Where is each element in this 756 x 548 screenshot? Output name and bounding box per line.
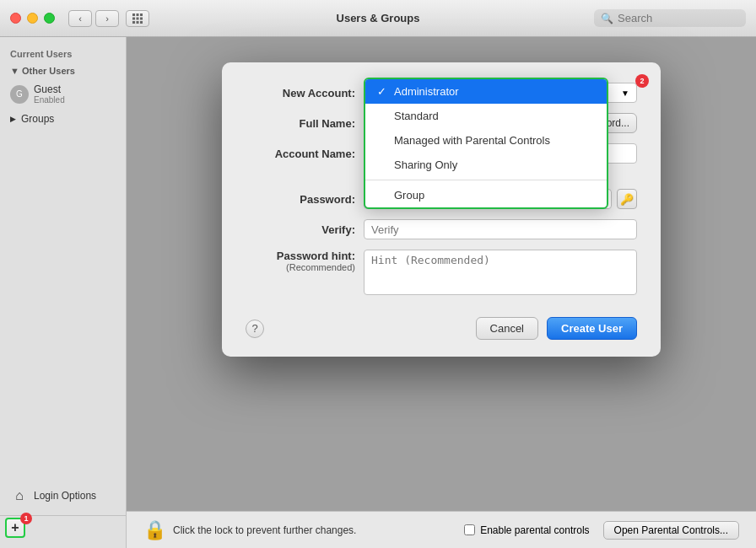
account-name-label: Account Name:	[246, 148, 355, 160]
svg-rect-5	[140, 17, 143, 19]
new-account-row: New Account: Administrator ▼ ✓ Administr…	[246, 83, 637, 103]
dropdown-menu: ✓ Administrator Standard Managed with Pa…	[364, 78, 608, 209]
main-area: Current Users ▼ Other Users G Guest Enab…	[0, 37, 756, 548]
verify-label: Verify:	[246, 223, 355, 236]
sharing-label: Sharing Only	[394, 158, 457, 171]
search-input[interactable]	[618, 12, 739, 24]
password-label: Password:	[246, 193, 355, 206]
nav-buttons: ‹ ›	[68, 10, 119, 27]
dropdown-item-standard[interactable]: Standard	[365, 104, 607, 128]
maximize-button[interactable]	[44, 13, 55, 24]
modal-footer: ? Cancel Create User	[246, 309, 637, 340]
chevron-down-icon: ▼	[621, 89, 629, 98]
window-title: Users & Groups	[337, 12, 420, 24]
back-button[interactable]: ‹	[68, 10, 92, 27]
triangle-icon: ▶	[10, 115, 16, 123]
standard-label: Standard	[394, 110, 439, 122]
modal-overlay: New Account: Administrator ▼ ✓ Administr…	[127, 37, 756, 511]
forward-button[interactable]: ›	[95, 10, 119, 27]
key-button[interactable]: 🔑	[617, 189, 637, 209]
new-account-label: New Account:	[246, 87, 355, 99]
svg-rect-1	[137, 13, 139, 16]
sidebar-item-guest[interactable]: G Guest Enabled	[0, 79, 126, 109]
badge-1: 1	[20, 513, 32, 524]
dropdown-divider	[365, 180, 607, 180]
administrator-label: Administrator	[394, 85, 459, 98]
verify-row: Verify:	[246, 219, 637, 239]
svg-rect-0	[132, 13, 135, 16]
lock-text: Click the lock to prevent further change…	[173, 524, 356, 536]
svg-rect-6	[132, 21, 135, 24]
traffic-lights	[10, 13, 55, 24]
dropdown-item-administrator[interactable]: ✓ Administrator	[365, 79, 607, 104]
content-panel: New Account: Administrator ▼ ✓ Administr…	[127, 37, 756, 548]
cancel-button[interactable]: Cancel	[476, 317, 538, 340]
bottom-bar: 🔒 Click the lock to prevent further chan…	[127, 511, 756, 548]
svg-rect-4	[137, 17, 139, 19]
managed-label: Managed with Parental Controls	[394, 134, 550, 147]
create-user-button[interactable]: Create User	[547, 317, 637, 340]
search-icon: 🔍	[601, 13, 613, 24]
svg-rect-8	[140, 21, 143, 24]
add-user-button[interactable]: + 1	[5, 518, 25, 538]
lock-icon: 🔒	[143, 519, 166, 541]
check-icon: ✓	[377, 85, 389, 98]
dropdown-item-managed[interactable]: Managed with Parental Controls	[365, 128, 607, 153]
sidebar-item-login-options[interactable]: ⌂ Login Options	[10, 483, 116, 508]
add-remove-bar: + 1	[0, 515, 126, 540]
password-hint-input[interactable]	[364, 250, 637, 295]
dropdown-item-group[interactable]: Group	[365, 183, 607, 207]
open-parental-button[interactable]: Open Parental Controls...	[603, 521, 739, 540]
badge-2: 2	[635, 74, 649, 88]
new-user-modal: New Account: Administrator ▼ ✓ Administr…	[222, 62, 661, 357]
current-users-label: Current Users	[0, 46, 126, 62]
svg-rect-7	[137, 21, 139, 24]
sidebar: Current Users ▼ Other Users G Guest Enab…	[0, 37, 127, 548]
avatar-guest: G	[10, 85, 29, 104]
guest-label: Guest	[34, 83, 65, 95]
grid-button[interactable]	[126, 10, 149, 27]
svg-rect-3	[132, 17, 135, 19]
guest-sub: Enabled	[34, 95, 65, 105]
dropdown-item-sharing[interactable]: Sharing Only	[365, 153, 607, 177]
login-options-label: Login Options	[34, 490, 96, 502]
enable-parental-checkbox[interactable]	[464, 524, 475, 535]
help-button[interactable]: ?	[246, 320, 264, 338]
lock-area[interactable]: 🔒 Click the lock to prevent further chan…	[143, 519, 356, 541]
full-name-label: Full Name:	[246, 117, 355, 130]
search-bar[interactable]: 🔍	[594, 9, 746, 27]
password-hint-row: Password hint: (Recommended)	[246, 250, 637, 295]
group-label: Group	[394, 189, 424, 201]
sidebar-item-groups[interactable]: ▶ Groups	[0, 109, 126, 129]
other-users-label: ▼ Other Users	[0, 62, 126, 79]
minimize-button[interactable]	[27, 13, 38, 24]
svg-rect-2	[140, 13, 143, 16]
password-hint-sub: (Recommended)	[246, 262, 355, 272]
close-button[interactable]	[10, 13, 21, 24]
enable-parental-label: Enable parental controls	[480, 524, 589, 536]
verify-input[interactable]	[364, 219, 637, 239]
groups-label: Groups	[21, 113, 54, 125]
title-bar: ‹ › Users & Groups 🔍	[0, 0, 756, 37]
home-icon: ⌂	[10, 486, 29, 505]
parental-controls-area: Enable parental controls Open Parental C…	[464, 521, 739, 540]
sidebar-bottom: ⌂ Login Options	[0, 476, 126, 515]
password-hint-label: Password hint:	[246, 250, 355, 262]
